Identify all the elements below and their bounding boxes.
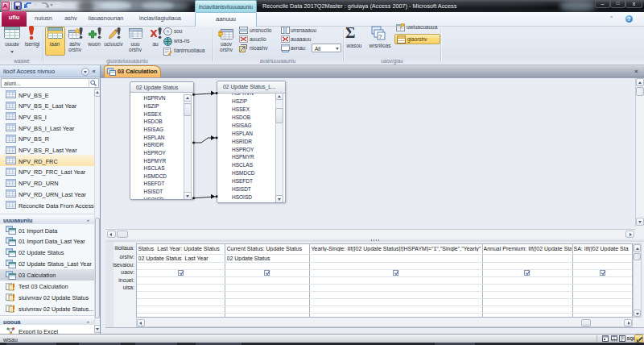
svg-text:?: ? (378, 33, 382, 40)
